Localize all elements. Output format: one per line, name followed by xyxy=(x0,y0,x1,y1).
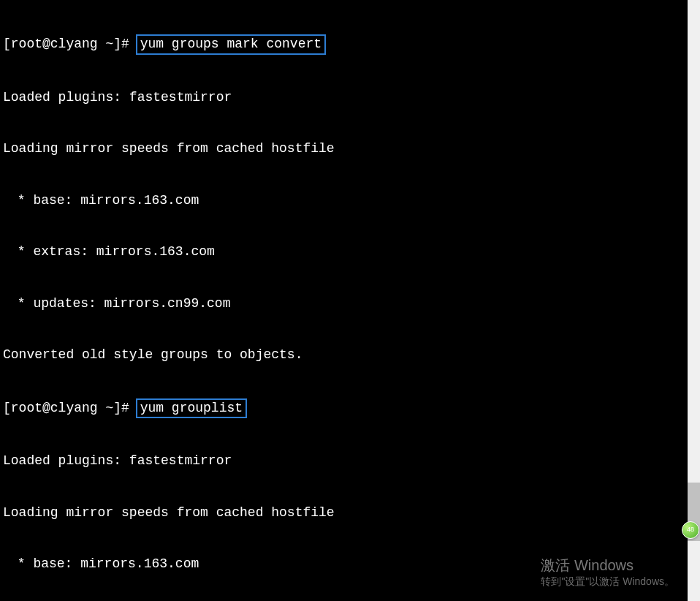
output-line: Loading mirror speeds from cached hostfi… xyxy=(3,504,697,522)
output-line: Loaded plugins: fastestmirror xyxy=(3,453,697,470)
output-line: * extras: mirrors.163.com xyxy=(3,243,697,261)
command-line-2: [root@clyang ~]# yum grouplist xyxy=(3,398,697,419)
output-line: Loading mirror speeds from cached hostfi… xyxy=(3,140,697,158)
notification-badge[interactable]: 48 xyxy=(682,521,699,539)
command-line-1: [root@clyang ~]# yum groups mark convert xyxy=(3,34,697,55)
shell-prompt: [root@clyang ~]# xyxy=(3,401,137,415)
output-line: * updates: mirrors.cn99.com xyxy=(3,295,697,313)
output-line: * base: mirrors.163.com xyxy=(3,556,697,573)
output-line: * base: mirrors.163.com xyxy=(3,192,697,210)
shell-prompt: [root@clyang ~]# xyxy=(3,37,137,51)
output-line: Converted old style groups to objects. xyxy=(3,347,697,364)
terminal-output[interactable]: [root@clyang ~]# yum groups mark convert… xyxy=(0,0,700,601)
scrollbar-track[interactable] xyxy=(688,0,700,601)
highlighted-command-2: yum grouplist xyxy=(136,398,247,419)
highlighted-command-1: yum groups mark convert xyxy=(136,34,326,55)
output-line: Loaded plugins: fastestmirror xyxy=(3,89,697,107)
